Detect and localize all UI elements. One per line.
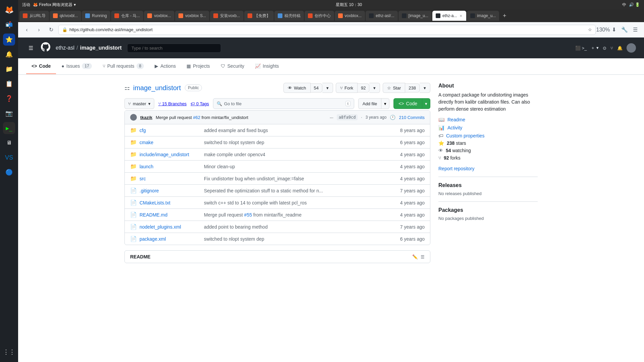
url-bar[interactable]: 🔒 https://github.com/ethz-asl/image_undi… (58, 25, 596, 35)
add-file-dropdown[interactable]: ▾ (381, 98, 389, 109)
sidebar-icon-help[interactable]: ❓ (3, 93, 15, 105)
code-button[interactable]: <> Code (393, 98, 422, 109)
sidebar-toggle[interactable]: ☰ (26, 43, 36, 53)
file-name-link[interactable]: nodelet_plugins.xml (140, 224, 181, 230)
readme-link[interactable]: 📖 Readme (438, 117, 538, 123)
go-to-file[interactable]: 🔍 Go to file t (213, 98, 354, 109)
file-name-link[interactable]: cfg (140, 128, 146, 133)
add-file-button[interactable]: Add file (358, 98, 381, 109)
notifications-button[interactable]: 🔔 (617, 46, 623, 51)
file-name-link[interactable]: launch (140, 164, 153, 169)
tab-14[interactable]: image_u... (467, 11, 499, 21)
sidebar-icon-vscode[interactable]: VS (3, 152, 15, 164)
tab-11[interactable]: ethz-asl/... (366, 11, 397, 21)
tab-8[interactable]: 稿壳特稿 (274, 11, 304, 21)
nav-projects[interactable]: ▦ Projects (181, 59, 215, 74)
star-count[interactable]: 238 (405, 83, 420, 93)
nav-security[interactable]: 🛡 Security (215, 59, 250, 74)
tab-4[interactable]: voxblox... (144, 11, 174, 21)
menu-button[interactable]: ☰ (631, 25, 640, 35)
sidebar-icon-folder[interactable]: 📁 (3, 63, 15, 75)
nav-code[interactable]: <> Code (26, 59, 56, 74)
projects-icon: ▦ (186, 63, 191, 69)
repo-title-link[interactable]: image_undistort (133, 84, 181, 92)
custom-properties-link[interactable]: 🏷 Custom properties (438, 133, 538, 138)
file-name-link[interactable]: README.md (140, 212, 167, 218)
sidebar-icon-camera[interactable]: 📷 (3, 107, 15, 119)
terminal-button[interactable]: ⬛ >_ (575, 46, 587, 51)
new-tab-button[interactable]: + (500, 11, 509, 20)
tab-3[interactable]: 仓库 - 马... (111, 11, 144, 21)
commits-count-link[interactable]: 210 Commits (399, 115, 425, 120)
readme-commit-link[interactable]: #55 (244, 212, 252, 218)
sidebar-icon-app[interactable]: 🔵 (3, 166, 15, 178)
file-name-link[interactable]: package.xml (140, 236, 166, 242)
forward-button[interactable]: › (34, 25, 44, 35)
downloads-button[interactable]: ⬇ (609, 25, 619, 35)
fork-button[interactable]: ⑂ Fork (336, 83, 358, 93)
edit-readme-button[interactable]: ✏️ (412, 254, 418, 259)
star-stat-icon: ⭐ (438, 140, 444, 146)
branches-link[interactable]: ⑂ 15 Branches (158, 101, 187, 106)
tab-5[interactable]: voxblox S... (175, 11, 209, 21)
tab-9[interactable]: 创作中心 (305, 11, 334, 21)
tab-13-active[interactable]: ethz-a...✕ (432, 11, 466, 21)
sidebar-icon-star[interactable]: ⭐ (3, 34, 15, 46)
back-button[interactable]: ‹ (22, 25, 32, 35)
commit-hash[interactable]: a8fa9cd (337, 114, 358, 120)
file-name-link[interactable]: CMakeLists.txt (140, 200, 170, 205)
nav-insights[interactable]: 📈 Insights (250, 59, 284, 74)
bookmark-icon[interactable]: ☆ (588, 27, 592, 32)
nav-issues[interactable]: ● Issues 17 (56, 58, 97, 74)
tags-link[interactable]: 🏷 0 Tags (191, 101, 209, 106)
file-name-link[interactable]: include/image_undistort (140, 152, 189, 157)
zoom-level[interactable]: 130% (598, 25, 608, 35)
activity-link[interactable]: 📊 Activity (438, 125, 538, 131)
code-dropdown[interactable]: ▾ (422, 98, 430, 109)
file-name-link[interactable]: .gitignore (140, 188, 159, 193)
file-name-link[interactable]: src (140, 176, 146, 181)
tab-10[interactable]: voxblox... (335, 11, 365, 21)
readme-options-button[interactable]: ☰ (421, 254, 425, 259)
fork-dropdown[interactable]: ▾ (369, 83, 380, 93)
github-logo[interactable] (41, 42, 50, 54)
branch-selector[interactable]: ⑂ master ▾ (124, 98, 154, 109)
sidebar-icon-bell[interactable]: 🔔 (3, 48, 15, 60)
watch-button[interactable]: 👁 Watch (283, 83, 310, 93)
star-dropdown[interactable]: ▾ (420, 83, 430, 93)
watch-dropdown[interactable]: ▾ (322, 83, 333, 93)
issues-button[interactable]: ⊙ (603, 46, 606, 51)
os-activity[interactable]: 活动 (22, 2, 30, 8)
extensions-button[interactable]: 🔧 (620, 25, 629, 35)
tab-12[interactable]: [image_u... (398, 11, 432, 21)
star-button[interactable]: ☆ Star (383, 83, 405, 93)
os-input-method[interactable]: 中 (622, 2, 626, 8)
sidebar-icon-notes[interactable]: 📋 (3, 78, 15, 90)
commit-author-link[interactable]: tkazik (140, 115, 152, 120)
nav-pullrequests[interactable]: ⑂ Pull requests 8 (97, 58, 150, 74)
report-repository-link[interactable]: Report repository (438, 166, 474, 171)
tab-6[interactable]: 安装voxb... (210, 11, 243, 21)
sidebar-icon-screen[interactable]: 🖥 (3, 137, 15, 149)
pr-button[interactable]: ⑂ (610, 46, 613, 51)
plus-button[interactable]: ＋ ▾ (591, 45, 599, 51)
nav-actions[interactable]: ▶ Actions (149, 59, 181, 74)
file-name-link[interactable]: cmake (140, 140, 153, 145)
tab-2[interactable]: Running (82, 11, 110, 21)
tab-0[interactable]: 从URL导 (19, 11, 49, 21)
watch-count[interactable]: 54 (311, 83, 322, 93)
sidebar-icon-mail[interactable]: 📬 (3, 19, 15, 31)
fork-count[interactable]: 92 (358, 83, 369, 93)
os-firefox: 🦊 Firefox 网络浏览器 ▾ (33, 2, 76, 8)
sidebar-icon-terminal[interactable]: ▶_ (3, 122, 15, 134)
breadcrumb-repo[interactable]: image_undistort (80, 45, 121, 51)
user-avatar[interactable] (627, 43, 636, 53)
github-search[interactable] (127, 44, 221, 53)
commit-pr-link[interactable]: #62 (193, 115, 200, 120)
sidebar-icon-firefox[interactable]: 🦊 (3, 4, 15, 16)
search-input[interactable] (127, 44, 221, 53)
refresh-button[interactable]: ↻ (46, 25, 56, 35)
tab-1[interactable]: qk/voxbl... (50, 11, 81, 21)
tab-7[interactable]: 【免费】 (244, 11, 274, 21)
breadcrumb-owner[interactable]: ethz-asl (56, 45, 74, 51)
